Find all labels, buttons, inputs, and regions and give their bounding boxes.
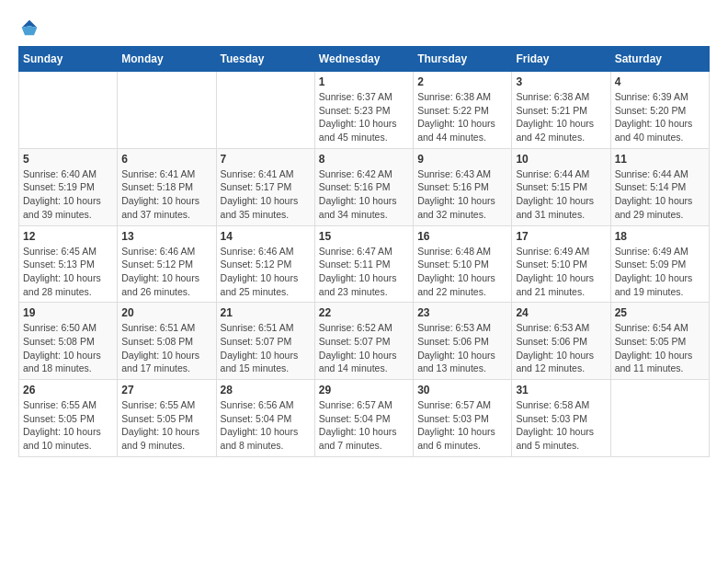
day-info: Sunrise: 6:45 AM Sunset: 5:13 PM Dayligh… xyxy=(23,245,113,299)
day-number: 26 xyxy=(23,384,113,396)
day-info: Sunrise: 6:44 AM Sunset: 5:14 PM Dayligh… xyxy=(615,167,705,222)
day-number: 15 xyxy=(319,230,409,243)
day-info: Sunrise: 6:55 AM Sunset: 5:05 PM Dayligh… xyxy=(23,398,113,453)
day-info: Sunrise: 6:50 AM Sunset: 5:08 PM Dayligh… xyxy=(23,321,113,375)
calendar-cell: 3Sunrise: 6:38 AM Sunset: 5:21 PM Daylig… xyxy=(512,72,610,149)
header-saturday: Saturday xyxy=(610,47,709,72)
day-info: Sunrise: 6:42 AM Sunset: 5:16 PM Dayligh… xyxy=(319,167,409,222)
calendar-cell xyxy=(19,72,118,149)
calendar-cell: 17Sunrise: 6:49 AM Sunset: 5:10 PM Dayli… xyxy=(512,225,610,303)
calendar-cell: 21Sunrise: 6:51 AM Sunset: 5:07 PM Dayli… xyxy=(216,303,314,380)
day-number: 22 xyxy=(319,306,409,319)
header-monday: Monday xyxy=(118,47,216,72)
calendar-cell: 6Sunrise: 6:41 AM Sunset: 5:18 PM Daylig… xyxy=(118,148,216,225)
calendar-cell: 4Sunrise: 6:39 AM Sunset: 5:20 PM Daylig… xyxy=(610,72,709,149)
calendar-cell: 27Sunrise: 6:55 AM Sunset: 5:05 PM Dayli… xyxy=(118,380,216,457)
day-info: Sunrise: 6:57 AM Sunset: 5:04 PM Dayligh… xyxy=(319,398,409,453)
day-info: Sunrise: 6:55 AM Sunset: 5:05 PM Dayligh… xyxy=(121,398,211,453)
day-number: 13 xyxy=(121,230,211,243)
day-info: Sunrise: 6:41 AM Sunset: 5:17 PM Dayligh… xyxy=(221,167,311,222)
day-number: 4 xyxy=(615,75,705,88)
header-sunday: Sunday xyxy=(19,47,118,72)
day-info: Sunrise: 6:56 AM Sunset: 5:04 PM Dayligh… xyxy=(221,398,311,453)
day-number: 23 xyxy=(417,306,507,319)
day-number: 27 xyxy=(121,384,211,396)
day-info: Sunrise: 6:41 AM Sunset: 5:18 PM Dayligh… xyxy=(121,167,211,222)
header-row: SundayMondayTuesdayWednesdayThursdayFrid… xyxy=(19,47,710,72)
calendar-cell: 2Sunrise: 6:38 AM Sunset: 5:22 PM Daylig… xyxy=(414,72,512,149)
header-tuesday: Tuesday xyxy=(216,47,314,72)
day-number: 1 xyxy=(319,75,409,88)
day-info: Sunrise: 6:46 AM Sunset: 5:12 PM Dayligh… xyxy=(221,245,311,299)
day-info: Sunrise: 6:54 AM Sunset: 5:05 PM Dayligh… xyxy=(615,321,705,375)
calendar-cell: 19Sunrise: 6:50 AM Sunset: 5:08 PM Dayli… xyxy=(19,303,118,380)
day-number: 2 xyxy=(417,75,507,88)
day-info: Sunrise: 6:38 AM Sunset: 5:22 PM Dayligh… xyxy=(417,90,507,144)
calendar-cell: 16Sunrise: 6:48 AM Sunset: 5:10 PM Dayli… xyxy=(414,225,512,303)
week-row-3: 12Sunrise: 6:45 AM Sunset: 5:13 PM Dayli… xyxy=(19,225,710,303)
day-info: Sunrise: 6:58 AM Sunset: 5:03 PM Dayligh… xyxy=(516,398,606,453)
week-row-5: 26Sunrise: 6:55 AM Sunset: 5:05 PM Dayli… xyxy=(19,380,710,457)
header-wednesday: Wednesday xyxy=(314,47,413,72)
week-row-2: 5Sunrise: 6:40 AM Sunset: 5:19 PM Daylig… xyxy=(19,148,710,225)
day-number: 18 xyxy=(615,230,705,243)
calendar-table: SundayMondayTuesdayWednesdayThursdayFrid… xyxy=(18,46,710,457)
day-info: Sunrise: 6:38 AM Sunset: 5:21 PM Dayligh… xyxy=(516,90,606,144)
calendar-cell xyxy=(216,72,314,149)
calendar-cell: 28Sunrise: 6:56 AM Sunset: 5:04 PM Dayli… xyxy=(216,380,314,457)
day-number: 11 xyxy=(615,153,705,166)
day-info: Sunrise: 6:40 AM Sunset: 5:19 PM Dayligh… xyxy=(23,167,113,222)
calendar-cell: 30Sunrise: 6:57 AM Sunset: 5:03 PM Dayli… xyxy=(414,380,512,457)
svg-marker-1 xyxy=(22,26,38,35)
week-row-4: 19Sunrise: 6:50 AM Sunset: 5:08 PM Dayli… xyxy=(19,303,710,380)
day-info: Sunrise: 6:51 AM Sunset: 5:07 PM Dayligh… xyxy=(221,321,311,375)
calendar-cell: 31Sunrise: 6:58 AM Sunset: 5:03 PM Dayli… xyxy=(512,380,610,457)
day-number: 29 xyxy=(319,384,409,396)
calendar-cell: 12Sunrise: 6:45 AM Sunset: 5:13 PM Dayli… xyxy=(19,225,118,303)
calendar-cell: 26Sunrise: 6:55 AM Sunset: 5:05 PM Dayli… xyxy=(19,380,118,457)
day-number: 3 xyxy=(516,75,606,88)
day-info: Sunrise: 6:49 AM Sunset: 5:09 PM Dayligh… xyxy=(615,245,705,299)
calendar-cell xyxy=(610,380,709,457)
day-info: Sunrise: 6:43 AM Sunset: 5:16 PM Dayligh… xyxy=(417,167,507,222)
calendar-cell: 25Sunrise: 6:54 AM Sunset: 5:05 PM Dayli… xyxy=(610,303,709,380)
day-number: 16 xyxy=(417,230,507,243)
calendar-cell: 23Sunrise: 6:53 AM Sunset: 5:06 PM Dayli… xyxy=(414,303,512,380)
calendar-cell: 5Sunrise: 6:40 AM Sunset: 5:19 PM Daylig… xyxy=(19,148,118,225)
day-number: 30 xyxy=(417,384,507,396)
day-info: Sunrise: 6:46 AM Sunset: 5:12 PM Dayligh… xyxy=(121,245,211,299)
calendar-cell: 14Sunrise: 6:46 AM Sunset: 5:12 PM Dayli… xyxy=(216,225,314,303)
calendar-cell: 18Sunrise: 6:49 AM Sunset: 5:09 PM Dayli… xyxy=(610,225,709,303)
calendar-cell: 13Sunrise: 6:46 AM Sunset: 5:12 PM Dayli… xyxy=(118,225,216,303)
day-info: Sunrise: 6:39 AM Sunset: 5:20 PM Dayligh… xyxy=(615,90,705,144)
calendar-cell: 29Sunrise: 6:57 AM Sunset: 5:04 PM Dayli… xyxy=(314,380,413,457)
calendar-cell: 7Sunrise: 6:41 AM Sunset: 5:17 PM Daylig… xyxy=(216,148,314,225)
day-info: Sunrise: 6:37 AM Sunset: 5:23 PM Dayligh… xyxy=(319,90,409,144)
week-row-1: 1Sunrise: 6:37 AM Sunset: 5:23 PM Daylig… xyxy=(19,72,710,149)
calendar-cell: 9Sunrise: 6:43 AM Sunset: 5:16 PM Daylig… xyxy=(414,148,512,225)
calendar-cell: 11Sunrise: 6:44 AM Sunset: 5:14 PM Dayli… xyxy=(610,148,709,225)
day-info: Sunrise: 6:47 AM Sunset: 5:11 PM Dayligh… xyxy=(319,245,409,299)
day-info: Sunrise: 6:57 AM Sunset: 5:03 PM Dayligh… xyxy=(417,398,507,453)
day-number: 28 xyxy=(221,384,311,396)
day-info: Sunrise: 6:49 AM Sunset: 5:10 PM Dayligh… xyxy=(516,245,606,299)
day-number: 9 xyxy=(417,153,507,166)
page-header xyxy=(18,18,710,37)
day-info: Sunrise: 6:53 AM Sunset: 5:06 PM Dayligh… xyxy=(417,321,507,375)
calendar-cell: 20Sunrise: 6:51 AM Sunset: 5:08 PM Dayli… xyxy=(118,303,216,380)
day-number: 12 xyxy=(23,230,113,243)
day-info: Sunrise: 6:51 AM Sunset: 5:08 PM Dayligh… xyxy=(121,321,211,375)
day-number: 21 xyxy=(221,306,311,319)
day-number: 14 xyxy=(221,230,311,243)
header-thursday: Thursday xyxy=(414,47,512,72)
day-info: Sunrise: 6:48 AM Sunset: 5:10 PM Dayligh… xyxy=(417,245,507,299)
day-number: 17 xyxy=(516,230,606,243)
calendar-cell: 8Sunrise: 6:42 AM Sunset: 5:16 PM Daylig… xyxy=(314,148,413,225)
calendar-cell: 15Sunrise: 6:47 AM Sunset: 5:11 PM Dayli… xyxy=(314,225,413,303)
day-number: 19 xyxy=(23,306,113,319)
day-number: 20 xyxy=(121,306,211,319)
day-number: 31 xyxy=(516,384,606,396)
day-number: 7 xyxy=(221,153,311,166)
header-friday: Friday xyxy=(512,47,610,72)
calendar-cell: 10Sunrise: 6:44 AM Sunset: 5:15 PM Dayli… xyxy=(512,148,610,225)
